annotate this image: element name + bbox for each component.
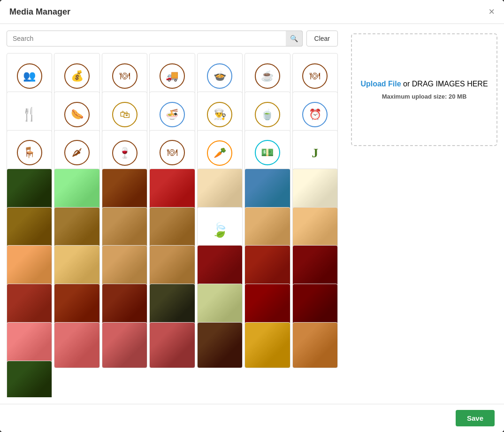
media-item[interactable]: [244, 322, 290, 368]
search-input[interactable]: [7, 31, 303, 46]
media-grid: 👥 💰 🍽 🚚 🍲 ☕ 🍽 🍴: [7, 53, 338, 397]
modal-title: Media Manager: [9, 7, 70, 17]
modal-overlay: Media Manager × 🔍 Clear: [0, 0, 504, 432]
media-panel: 🔍 Clear 👥 💰 🍽: [0, 24, 344, 404]
clear-button[interactable]: Clear: [306, 31, 338, 46]
media-item[interactable]: [102, 322, 147, 368]
upload-area[interactable]: Upload File or DRAG IMAGES HERE Maximum …: [351, 33, 497, 146]
drag-text: or DRAG IMAGES HERE: [401, 80, 488, 88]
media-item[interactable]: [54, 322, 99, 368]
search-icon: 🔍: [290, 35, 298, 42]
modal-header: Media Manager ×: [0, 0, 504, 24]
search-bar: 🔍 Clear: [7, 31, 338, 46]
search-button[interactable]: 🔍: [286, 31, 303, 46]
media-item[interactable]: [292, 322, 338, 368]
search-input-wrap: 🔍: [7, 31, 303, 46]
save-button[interactable]: Save: [456, 410, 495, 426]
upload-text: Upload File or DRAG IMAGES HERE: [360, 80, 488, 88]
media-item[interactable]: [149, 322, 195, 368]
upload-size-text: Maximum upload size: 20 MB: [382, 93, 467, 100]
modal-footer: Save: [0, 404, 504, 432]
close-button[interactable]: ×: [489, 7, 495, 17]
upload-link[interactable]: Upload File: [360, 80, 401, 88]
media-item[interactable]: [197, 322, 243, 368]
media-item[interactable]: [7, 361, 52, 397]
upload-panel: Upload File or DRAG IMAGES HERE Maximum …: [344, 24, 504, 404]
modal-body: 🔍 Clear 👥 💰 🍽: [0, 24, 504, 404]
media-manager-modal: Media Manager × 🔍 Clear: [0, 0, 504, 432]
